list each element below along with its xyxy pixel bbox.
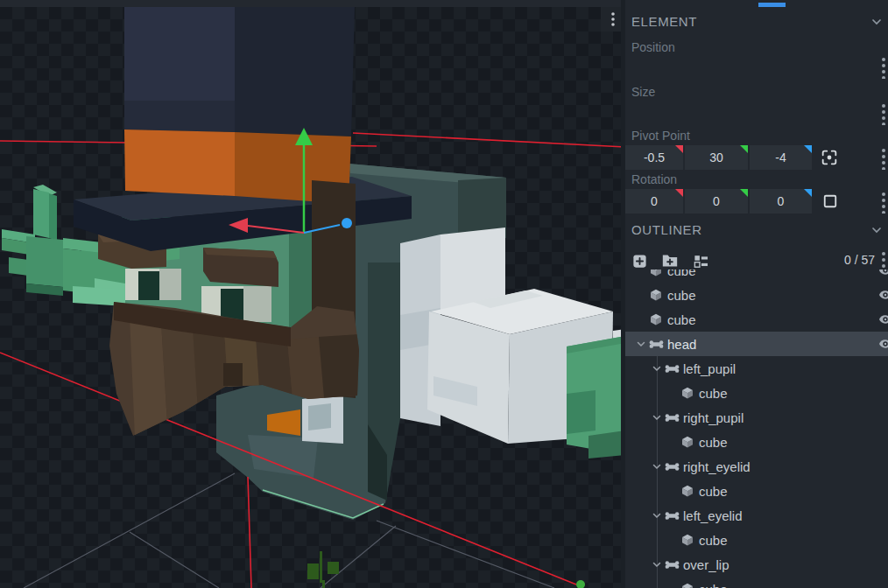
pivot-y-field[interactable]: 30: [685, 145, 748, 170]
cube-icon: [648, 287, 664, 303]
outliner-row-label: cube: [699, 533, 728, 548]
app-window: ELEMENT Position Size Pivot Point -0.5 3…: [0, 0, 888, 588]
rotation-slider-handle[interactable]: [880, 191, 887, 214]
size-label: Size: [631, 85, 655, 99]
outliner-row-label: cube: [699, 435, 728, 450]
outliner-row-cube-11[interactable]: cube: [625, 528, 888, 552]
viewport-3d[interactable]: [0, 0, 625, 588]
outliner-row-right_eyelid-8[interactable]: right_eyelid: [625, 454, 888, 479]
outliner-section-header[interactable]: OUTLINER: [625, 220, 888, 242]
chevron-down-icon[interactable]: [650, 361, 664, 375]
visibility-eye-icon[interactable]: [878, 270, 888, 277]
outliner-row-left_pupil-4[interactable]: left_pupil: [625, 356, 888, 381]
pivot-z-field[interactable]: -4: [750, 145, 812, 170]
element-section-header[interactable]: ELEMENT: [625, 12, 888, 33]
cube-icon: [680, 483, 695, 499]
gizmo-z-axis-handle[interactable]: [342, 218, 352, 228]
model-right-arm: [400, 228, 625, 458]
outliner-row-label: over_lip: [683, 557, 729, 572]
bone-icon: [664, 556, 680, 572]
outliner-row-head-3[interactable]: head: [625, 332, 888, 356]
frustum-corner-marker: [307, 551, 585, 588]
chevron-down-icon[interactable]: [650, 508, 664, 522]
right-sidebar: ELEMENT Position Size Pivot Point -0.5 3…: [625, 0, 888, 588]
outliner-row-cube-7[interactable]: cube: [625, 430, 888, 454]
outliner-row-label: left_pupil: [683, 361, 736, 376]
chevron-down-icon[interactable]: [650, 410, 664, 424]
center-pivot-button[interactable]: [818, 146, 841, 169]
pivot-x-field[interactable]: -0.5: [625, 145, 683, 170]
pivot-point-label: Pivot Point: [631, 129, 690, 143]
outliner-row-cube-5[interactable]: cube: [625, 381, 888, 405]
visibility-eye-icon[interactable]: [878, 288, 888, 302]
selection-counter: 0 / 57: [844, 253, 875, 267]
outliner-tree: cube cube: [625, 270, 888, 588]
outliner-toolbar: 0 / 57: [625, 250, 888, 271]
outliner-row-cube-0[interactable]: cube: [625, 270, 888, 283]
element-section-title: ELEMENT: [631, 14, 697, 29]
rotation-label: Rotation: [631, 172, 677, 186]
bone-icon: [664, 458, 680, 474]
focus-crosshair-icon: [820, 148, 839, 167]
outliner-row-label: cube: [667, 288, 696, 303]
kebab-menu-icon: [607, 10, 619, 28]
list-layout-icon: [693, 253, 709, 270]
outliner-handle[interactable]: [880, 250, 887, 270]
visibility-eye-icon[interactable]: [878, 337, 888, 351]
outliner-row-label: cube: [667, 270, 696, 278]
chevron-down-icon[interactable]: [650, 459, 664, 473]
outliner-row-label: left_eyelid: [683, 508, 743, 523]
outliner-row-left_eyelid-10[interactable]: left_eyelid: [625, 503, 888, 528]
size-slider-handle[interactable]: [880, 102, 887, 125]
cube-icon: [648, 270, 664, 278]
bone-icon: [648, 336, 664, 352]
pivot-point-row: -0.5 30 -4: [625, 145, 888, 170]
add-cube-button[interactable]: [629, 250, 650, 271]
outliner-row-label: cube: [667, 312, 696, 327]
rotation-z-field[interactable]: 0: [750, 189, 812, 214]
outliner-row-label: cube: [699, 582, 728, 588]
viewport-scene: [0, 0, 625, 588]
viewport-top-strip: [0, 0, 625, 7]
outliner-row-label: right_pupil: [683, 410, 744, 425]
outliner-row-over_lip-12[interactable]: over_lip: [625, 552, 888, 577]
bone-icon: [664, 410, 680, 425]
outliner-row-cube-13[interactable]: cube: [625, 577, 888, 588]
cube-icon: [680, 385, 695, 401]
cube-icon: [648, 312, 664, 327]
outliner-row-right_pupil-6[interactable]: right_pupil: [625, 405, 888, 430]
outliner-row-label: head: [667, 337, 696, 352]
square-outline-icon: [821, 192, 839, 210]
outliner-row-cube-1[interactable]: cube: [625, 283, 888, 307]
chevron-down-icon[interactable]: [870, 15, 884, 29]
add-folder-icon: [661, 253, 679, 269]
outliner-row-cube-2[interactable]: cube: [625, 307, 888, 332]
outliner-row-label: cube: [699, 386, 728, 401]
chevron-down-icon[interactable]: [870, 223, 884, 237]
chevron-down-icon[interactable]: [650, 557, 664, 571]
rotation-y-field[interactable]: 0: [685, 189, 748, 214]
outliner-section-title: OUTLINER: [631, 222, 702, 237]
toggle-view-button[interactable]: [690, 250, 711, 271]
add-group-button[interactable]: [659, 250, 680, 271]
visibility-eye-icon[interactable]: [878, 312, 888, 326]
model-top-hat: [74, 7, 412, 251]
sidebar-tab-indicator[interactable]: [758, 3, 786, 7]
outliner-row-label: cube: [699, 484, 728, 499]
outliner-row-label: right_eyelid: [683, 459, 751, 474]
add-cube-icon: [631, 253, 648, 270]
bone-icon: [664, 360, 680, 376]
outliner-row-cube-9[interactable]: cube: [625, 479, 888, 503]
rotation-row: 0 0 0: [625, 189, 888, 214]
rotation-x-field[interactable]: 0: [625, 189, 683, 214]
cube-icon: [680, 581, 695, 588]
position-label: Position: [631, 40, 675, 54]
cube-icon: [680, 532, 695, 548]
bone-icon: [664, 508, 680, 523]
rotation-mode-button[interactable]: [819, 190, 842, 213]
pivot-slider-handle[interactable]: [880, 147, 887, 170]
cube-icon: [680, 434, 695, 450]
chevron-down-icon[interactable]: [634, 337, 648, 351]
position-slider-handle[interactable]: [880, 56, 887, 79]
